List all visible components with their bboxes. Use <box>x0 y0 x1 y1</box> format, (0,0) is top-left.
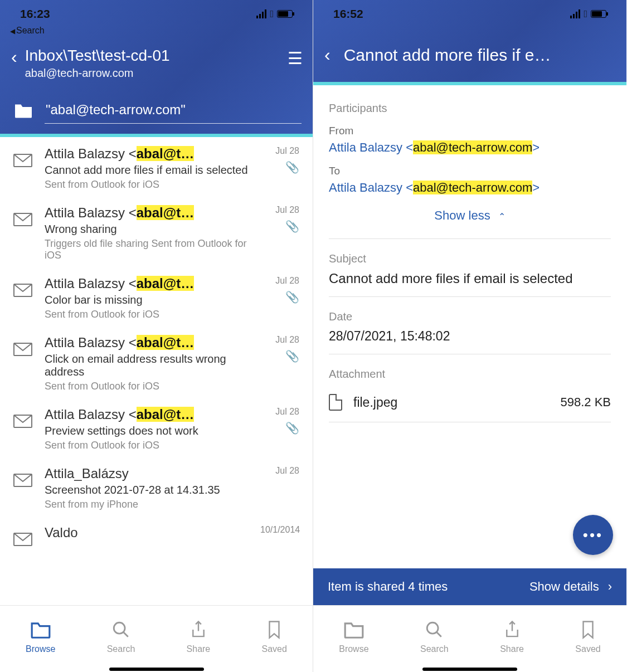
mail-icon <box>13 335 32 392</box>
attachment-label: Attachment <box>329 368 611 381</box>
attachment-icon: 📎 <box>260 349 299 363</box>
email-item[interactable]: Valdo10/1/2014 <box>0 516 313 554</box>
highlight: abal@t… <box>137 205 194 220</box>
tab-label: Share <box>187 644 211 654</box>
date-label: Date <box>329 310 611 323</box>
back-to-search[interactable]: Search <box>0 26 313 36</box>
status-time: 16:52 <box>333 7 363 21</box>
email-detail[interactable]: Participants From Attila Balazsy <abal@t… <box>313 85 626 568</box>
highlight: abal@tech-arrow.com <box>413 181 532 194</box>
tab-share[interactable]: Share <box>500 619 524 654</box>
mail-icon <box>13 407 32 451</box>
folder-icon <box>30 619 51 641</box>
highlight: abal@t… <box>137 335 194 350</box>
to-participant[interactable]: Attila Balazsy <abal@tech-arrow.com> <box>329 181 611 195</box>
email-item[interactable]: Attila Balazsy <abal@t…Preview settings … <box>0 398 313 457</box>
wifi-icon: 􀙇 <box>584 8 587 20</box>
tab-saved[interactable]: Saved <box>575 619 600 654</box>
menu-icon[interactable]: ☰ <box>288 50 302 67</box>
email-from: Attila Balazsy <abal@t… <box>45 146 248 162</box>
email-date: Jul 28 <box>260 276 299 286</box>
back-chevron-icon[interactable]: ‹ <box>11 48 17 66</box>
attachment-icon: 📎 <box>260 290 299 304</box>
email-preview: Sent from Outlook for iOS <box>45 309 248 320</box>
svg-line-8 <box>123 632 128 637</box>
status-time: 16:23 <box>20 7 50 21</box>
tab-label: Saved <box>575 644 600 654</box>
subject-value: Cannot add more files if email is select… <box>329 271 611 286</box>
participants-label: Participants <box>329 102 611 115</box>
highlight: abal@t… <box>137 407 194 422</box>
mail-icon <box>13 525 32 548</box>
email-item[interactable]: Attila Balazsy <abal@t…Click on email ad… <box>0 326 313 398</box>
bookmark-icon <box>267 619 281 641</box>
email-subject: Click on email address results wrong add… <box>45 353 248 378</box>
tab-browse[interactable]: Browse <box>339 619 368 654</box>
status-icons: 􀙇 <box>256 8 293 20</box>
share-bar[interactable]: Item is shared 4 times Show details › <box>313 568 626 605</box>
battery-icon <box>591 10 606 18</box>
folder-icon[interactable] <box>13 102 33 121</box>
search-input[interactable] <box>45 99 302 124</box>
attachment-row[interactable]: file.jpeg 598.2 KB <box>329 386 611 422</box>
chevron-up-icon: ⌃ <box>498 212 506 221</box>
email-date: Jul 28 <box>260 205 299 215</box>
email-from: Attila Balazsy <abal@t… <box>45 407 248 422</box>
phone-left: 16:23 􀙇 Search ‹ Inbox\Test\test-cd-01 a… <box>0 0 313 672</box>
email-from: Attila Balazsy <abal@t… <box>45 205 248 221</box>
email-date: Jul 28 <box>260 466 299 476</box>
email-date: Jul 28 <box>260 335 299 345</box>
tab-saved[interactable]: Saved <box>261 619 286 654</box>
chevron-right-icon: › <box>608 580 612 594</box>
tab-label: Browse <box>26 644 55 654</box>
to-label: To <box>329 165 611 177</box>
tab-label: Share <box>500 644 524 654</box>
wifi-icon: 􀙇 <box>270 8 274 20</box>
tab-bar: Browse Search Share Saved <box>0 605 313 666</box>
battery-icon <box>277 10 293 18</box>
tab-share[interactable]: Share <box>187 619 211 654</box>
share-icon <box>190 619 207 641</box>
mail-icon <box>13 276 32 320</box>
tab-label: Saved <box>261 644 286 654</box>
fab-more-button[interactable]: ••• <box>573 515 613 555</box>
tab-browse[interactable]: Browse <box>26 619 55 654</box>
email-preview: Sent from Outlook for iOS <box>45 440 248 451</box>
attachment-size: 598.2 KB <box>560 395 611 410</box>
email-from: Attila_Balázsy <box>45 466 248 481</box>
attachment-icon: 📎 <box>260 421 299 435</box>
email-date: Jul 28 <box>260 407 299 417</box>
email-subject: Wrong sharing <box>45 223 248 236</box>
tab-label: Search <box>107 644 135 654</box>
attachment-name: file.jpeg <box>353 395 397 410</box>
subject-label: Subject <box>329 252 611 265</box>
email-date: Jul 28 <box>260 146 299 156</box>
home-indicator <box>313 666 626 672</box>
show-less-toggle[interactable]: Show less⌃ <box>329 195 611 228</box>
email-item[interactable]: Attila Balazsy <abal@t…Wrong sharingTrig… <box>0 196 313 267</box>
svg-line-10 <box>437 632 442 637</box>
email-list[interactable]: Attila Balazsy <abal@t…Cannot add more f… <box>0 137 313 605</box>
tab-search[interactable]: Search <box>420 619 449 654</box>
mail-icon <box>13 146 32 191</box>
status-bar: 16:52 􀙇 <box>313 0 626 28</box>
email-item[interactable]: Attila Balazsy <abal@t…Color bar is miss… <box>0 267 313 326</box>
back-chevron-icon[interactable]: ‹ <box>324 45 330 65</box>
detail-title: Cannot add more files if e… <box>344 46 615 65</box>
email-item[interactable]: Attila_BalázsyScreenshot 2021-07-28 at 1… <box>0 457 313 516</box>
from-participant[interactable]: Attila Balazsy <abal@tech-arrow.com> <box>329 140 611 155</box>
tab-search[interactable]: Search <box>107 619 135 654</box>
bookmark-icon <box>581 619 595 641</box>
email-subject: Cannot add more files if email is select… <box>45 164 248 177</box>
attachment-icon: 📎 <box>260 160 299 174</box>
phone-right: 16:52 􀙇 ‹ Cannot add more files if e… Pa… <box>313 0 626 672</box>
cellular-icon <box>256 9 266 18</box>
highlight: abal@tech-arrow.com <box>413 140 532 154</box>
show-details-link[interactable]: Show details › <box>529 580 612 594</box>
home-indicator <box>0 666 313 672</box>
tab-label: Search <box>420 644 449 654</box>
email-item[interactable]: Attila Balazsy <abal@t…Cannot add more f… <box>0 137 313 196</box>
date-value: 28/07/2021, 15:48:02 <box>329 329 611 344</box>
email-from: Valdo <box>45 525 248 540</box>
email-preview: Sent from Outlook for iOS <box>45 381 248 392</box>
